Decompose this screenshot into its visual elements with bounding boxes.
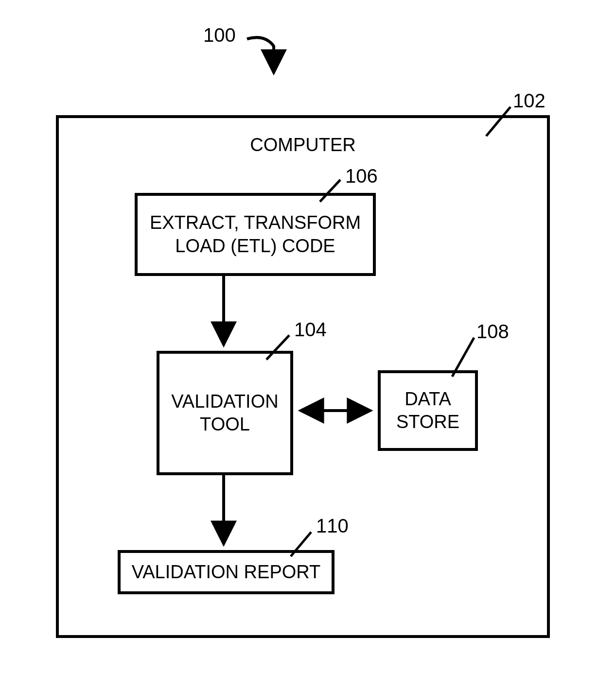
label-etl-code: EXTRACT, TRANSFORM LOAD (ETL) CODE xyxy=(136,194,374,275)
ref-label-106: 106 xyxy=(345,165,378,187)
ref-label-102: 102 xyxy=(513,90,546,112)
label-data-store: DATA STORE xyxy=(379,372,476,449)
ref-label-110: 110 xyxy=(316,515,349,537)
ref-100-arrow xyxy=(247,37,274,73)
label-computer-title: COMPUTER xyxy=(57,134,548,157)
leader-102 xyxy=(486,107,510,136)
ref-label-104: 104 xyxy=(294,319,327,341)
ref-label-100: 100 xyxy=(203,24,236,46)
ref-label-108: 108 xyxy=(476,321,509,343)
diagram-stage: 100 102 106 104 108 110 COMPUTER EXTRACT… xyxy=(0,0,616,689)
label-validation-report: VALIDATION REPORT xyxy=(119,551,333,593)
label-validation-tool: VALIDATION TOOL xyxy=(158,352,292,474)
